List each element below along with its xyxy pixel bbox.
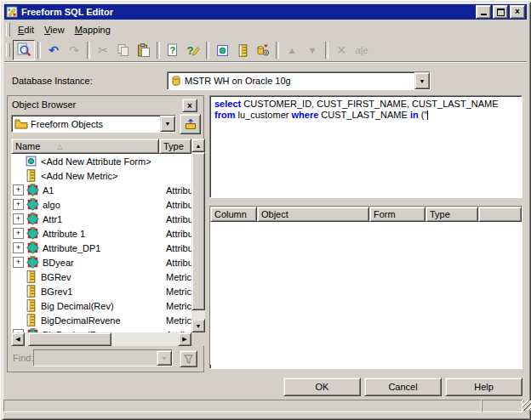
list-item[interactable]: <Add New Metric> <box>11 168 191 183</box>
chevron-down-icon: ▼ <box>420 78 425 84</box>
mapping-table[interactable]: ColumnObjectFormType <box>209 206 522 369</box>
close-icon: × <box>515 8 520 16</box>
column-header-name[interactable]: Name △ <box>11 139 159 154</box>
scroll-down-button[interactable]: ▼ <box>191 319 205 332</box>
cut-icon: ✂ <box>98 44 108 56</box>
maximize-button[interactable] <box>493 5 508 19</box>
sql-keyword: in <box>410 110 419 120</box>
expand-icon[interactable]: + <box>13 199 24 210</box>
sql-help-button[interactable]: ? <box>163 41 183 60</box>
expand-icon[interactable]: + <box>13 242 24 253</box>
expand-icon[interactable]: + <box>13 257 24 268</box>
horizontal-scrollbar[interactable]: ◀ ▶ <box>11 332 191 346</box>
copy-icon <box>117 43 130 57</box>
toolbar-separator <box>157 42 160 59</box>
ok-button[interactable]: OK <box>283 377 361 396</box>
menu-item-mapping[interactable]: Mapping <box>70 23 116 37</box>
help-button[interactable]: Help <box>445 377 522 396</box>
attribute-icon <box>26 241 39 254</box>
add-attribute-form-button[interactable] <box>212 41 232 60</box>
database-instance-combo[interactable]: MSTR WH on Oracle 10g ▼ <box>167 71 431 90</box>
metric-icon <box>25 285 37 298</box>
sql-keyword: from <box>214 110 235 120</box>
toolbar-separator <box>325 42 328 59</box>
column-header-type[interactable]: Type <box>159 139 191 154</box>
object-list[interactable]: <Add New Attribute Form><Add New Metric>… <box>11 154 191 332</box>
vertical-scrollbar[interactable]: ▲ ▼ <box>191 139 205 332</box>
list-item[interactable]: +A1Attribut <box>11 183 191 197</box>
folder-dropdown-button[interactable]: ▼ <box>160 116 175 132</box>
horizontal-scroll-thumb[interactable] <box>28 332 111 346</box>
undo-button[interactable]: ↶ <box>43 41 64 60</box>
mapping-column-header-column[interactable]: Column <box>210 207 257 222</box>
list-item[interactable]: +Attribute 1Attribut <box>11 226 191 241</box>
sql-view-icon <box>16 43 31 58</box>
database-instance-value: MSTR WH on Oracle 10g <box>185 76 291 86</box>
metric-icon <box>25 270 37 283</box>
scroll-right-button[interactable]: ▶ <box>178 332 191 346</box>
resize-grip[interactable] <box>522 400 531 411</box>
list-item[interactable]: +algoAttribut <box>11 197 191 212</box>
list-item[interactable]: +Attribute_DP1Attribut <box>11 241 191 255</box>
expand-icon[interactable]: + <box>13 213 24 224</box>
minimize-button[interactable] <box>476 5 491 19</box>
mapping-table-body[interactable] <box>210 222 522 365</box>
object-folder-combo[interactable]: Freeform Objects ▼ <box>11 115 176 133</box>
menu-item-edit[interactable]: Edit <box>13 23 39 37</box>
view-sql-button[interactable] <box>13 40 35 60</box>
item-name: Attribute 1 <box>43 229 85 239</box>
list-item[interactable]: Big Decimal(Rev)Metric <box>11 298 191 313</box>
object-browser-header: Object Browser <box>8 96 203 113</box>
item-type: Attribut <box>166 243 191 253</box>
metric-icon <box>25 299 37 312</box>
up-one-level-button[interactable] <box>180 114 201 134</box>
add-metric-button[interactable] <box>232 41 253 60</box>
panel-close-button[interactable]: × <box>182 99 197 112</box>
list-item[interactable]: BGRevMetric <box>11 270 191 284</box>
sql-keyword: where <box>291 110 318 120</box>
item-name: algo <box>43 200 60 210</box>
copy-button <box>113 41 134 60</box>
database-dropdown-button[interactable]: ▼ <box>414 72 430 89</box>
scrollbar-corner <box>191 332 205 346</box>
list-item[interactable]: BigDecimalReveneMetric <box>11 313 191 327</box>
folder-up-icon <box>185 118 197 130</box>
list-item[interactable]: +Attr1Attribut <box>11 212 191 226</box>
mapping-column-header-object[interactable]: Object <box>257 207 369 222</box>
toolbar-gripper[interactable] <box>6 43 10 57</box>
panel-close-icon: × <box>187 101 192 111</box>
item-type: Attribut <box>166 214 191 224</box>
scroll-left-button[interactable]: ◀ <box>11 332 25 346</box>
paste-button[interactable] <box>134 41 154 60</box>
status-pane-main <box>3 400 482 412</box>
vertical-scroll-thumb[interactable] <box>191 152 205 310</box>
cancel-button[interactable]: Cancel <box>364 377 442 396</box>
list-item[interactable]: <Add New Attribute Form> <box>11 154 191 168</box>
list-item[interactable]: BGrev1Metric <box>11 284 191 298</box>
scroll-up-button[interactable]: ▲ <box>191 139 205 152</box>
list-item[interactable]: +BDyearAttribut <box>11 255 191 270</box>
sql-line: from lu_customer where CUST_LAST_NAME in… <box>214 110 517 121</box>
mapping-column-header-type[interactable]: Type <box>425 207 478 222</box>
rename-button: a|e <box>351 41 372 60</box>
titlebar[interactable]: Freeform SQL Editor × <box>4 4 527 20</box>
expand-icon[interactable]: + <box>13 228 24 239</box>
close-button[interactable]: × <box>510 5 525 19</box>
edit-mapping-button[interactable] <box>253 41 273 60</box>
object-folder-value: Freeform Objects <box>31 119 103 129</box>
edit-help-button[interactable]: ? <box>183 41 203 60</box>
move-up-icon: ▲ <box>288 46 297 55</box>
sql-editor[interactable]: select CUSTOMER_ID, CUST_FIRST_NAME, CUS… <box>209 95 522 198</box>
item-name: A1 <box>43 185 54 196</box>
menu-item-view[interactable]: View <box>39 23 70 37</box>
text-cursor <box>427 111 428 120</box>
mapping-column-header-form[interactable]: Form <box>369 207 425 222</box>
svg-text:?: ? <box>170 45 176 55</box>
menubar-gripper[interactable] <box>6 23 10 37</box>
mapping-icon <box>256 43 270 57</box>
svg-text:?: ? <box>187 44 194 57</box>
undo-icon: ↶ <box>49 44 59 56</box>
scroll-down-icon: ▼ <box>196 323 202 329</box>
toolbar-separator <box>37 42 41 59</box>
expand-icon[interactable]: + <box>13 184 24 196</box>
